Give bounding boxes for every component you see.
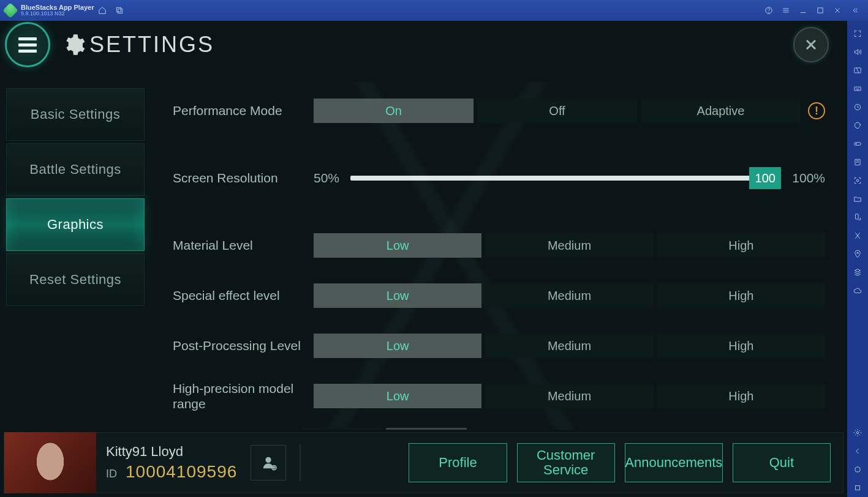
svg-rect-11 — [856, 214, 859, 219]
close-window-icon[interactable] — [829, 2, 846, 19]
gamepad-icon[interactable] — [849, 135, 866, 153]
svg-rect-8 — [855, 143, 861, 146]
change-avatar-button[interactable] — [251, 445, 286, 480]
help-icon[interactable] — [760, 2, 777, 19]
opt-sfx-low[interactable]: Low — [314, 283, 481, 308]
opt-post-high[interactable]: High — [657, 334, 825, 358]
opt-hp-medium[interactable]: Medium — [485, 384, 653, 408]
label-high-precision: High-precision model range — [173, 381, 314, 411]
close-button[interactable] — [793, 27, 829, 62]
recents-icon[interactable] — [111, 2, 128, 19]
multi-instance-icon[interactable] — [849, 263, 866, 282]
opt-material-high[interactable]: High — [657, 233, 825, 258]
cloud-icon[interactable] — [849, 282, 866, 300]
row-screen-resolution: Screen Resolution 50% 100 100% — [173, 157, 825, 200]
opt-perf-on[interactable]: On — [314, 99, 474, 123]
collapse-sidebar-icon[interactable] — [846, 2, 863, 19]
slider-max-label: 100% — [792, 171, 825, 185]
maximize-icon[interactable] — [812, 2, 829, 19]
avatar[interactable] — [4, 432, 96, 493]
row-post-processing: Post-Processing Level Low Medium High — [173, 324, 825, 367]
profile-button[interactable]: Profile — [409, 443, 507, 482]
rotate-icon[interactable] — [849, 208, 866, 226]
keymap-icon[interactable] — [849, 61, 866, 80]
row-special-effect: Special effect level Low Medium High — [173, 274, 825, 317]
svg-point-12 — [857, 252, 858, 253]
row-performance-mode: Performance Mode On Off Adaptive ! — [173, 89, 825, 132]
footer-bar: Kitty91 Lloyd ID 10004109596 Profile Cus… — [4, 432, 843, 493]
warning-icon[interactable]: ! — [808, 102, 825, 119]
label-special-effect: Special effect level — [173, 288, 314, 303]
user-name: Kitty91 Lloyd — [106, 444, 237, 460]
minimize-icon[interactable] — [794, 2, 812, 19]
screenshot-icon[interactable] — [849, 171, 866, 190]
svg-point-13 — [856, 432, 859, 434]
opt-sfx-high[interactable]: High — [657, 283, 825, 308]
label-post-processing: Post-Processing Level — [173, 338, 314, 353]
customer-service-button[interactable]: Customer Service — [517, 443, 615, 482]
label-screen-resolution: Screen Resolution — [173, 170, 314, 185]
opt-hp-high[interactable]: High — [657, 384, 825, 408]
keyboard-icon[interactable] — [849, 80, 866, 98]
row-volumetric-fog: Volumetric Fog On Off — [173, 425, 825, 430]
svg-point-3 — [769, 12, 769, 13]
bluestacks-version: 5.8.100.1013 N32 — [21, 11, 94, 17]
menu-icon[interactable] — [777, 2, 794, 19]
svg-rect-4 — [818, 8, 823, 13]
tab-battle-settings[interactable]: Battle Settings — [6, 143, 145, 196]
page-title: SETTINGS — [89, 32, 214, 58]
tab-basic-settings[interactable]: Basic Settings — [6, 88, 145, 141]
bluestacks-logo-icon — [2, 2, 18, 18]
settings-header: SETTINGS — [0, 21, 847, 69]
divider — [300, 444, 301, 481]
announcements-button[interactable]: Announcements — [625, 443, 723, 482]
settings-pane: Performance Mode On Off Adaptive ! Scree… — [145, 82, 847, 430]
tab-reset-settings[interactable]: Reset Settings — [6, 253, 145, 306]
svg-rect-15 — [856, 486, 860, 490]
row-material-level: Material Level Low Medium High — [173, 224, 825, 267]
svg-rect-0 — [117, 7, 121, 12]
record-icon[interactable] — [849, 98, 866, 116]
user-id-label: ID — [106, 468, 117, 480]
home-icon[interactable] — [94, 2, 111, 19]
label-performance-mode: Performance Mode — [173, 103, 314, 118]
opt-perf-off[interactable]: Off — [477, 99, 637, 123]
settings-tabs: Basic Settings Battle Settings Graphics … — [0, 82, 145, 430]
volume-icon[interactable] — [849, 43, 866, 61]
game-viewport: SETTINGS Basic Settings Battle Settings … — [0, 21, 847, 497]
opt-sfx-medium[interactable]: Medium — [485, 283, 653, 308]
media-folder-icon[interactable] — [849, 190, 866, 208]
opt-hp-low[interactable]: Low — [314, 384, 481, 408]
menu-button[interactable] — [5, 22, 50, 67]
opt-post-medium[interactable]: Medium — [485, 334, 653, 358]
resolution-slider[interactable]: 100 — [350, 176, 781, 181]
android-home-icon[interactable] — [849, 460, 866, 479]
opt-fog-on[interactable]: On — [301, 428, 382, 430]
android-recents-icon[interactable] — [849, 479, 866, 497]
svg-rect-6 — [855, 87, 861, 91]
svg-point-10 — [856, 179, 859, 182]
label-material-level: Material Level — [173, 237, 314, 253]
apk-icon[interactable] — [849, 153, 866, 171]
fullscreen-icon[interactable] — [849, 24, 866, 43]
opt-fog-off[interactable]: Off — [386, 428, 467, 430]
sync-icon[interactable] — [849, 116, 866, 135]
svg-point-14 — [855, 467, 860, 472]
slider-min-label: 50% — [314, 171, 339, 185]
tab-graphics[interactable]: Graphics — [6, 198, 145, 251]
back-icon[interactable] — [849, 442, 866, 460]
location-icon[interactable] — [849, 245, 866, 263]
bluestacks-titlebar: BlueStacks App Player 5.8.100.1013 N32 — [0, 0, 868, 21]
opt-perf-adaptive[interactable]: Adaptive — [641, 99, 801, 123]
user-id: 10004109596 — [126, 462, 237, 482]
opt-material-low[interactable]: Low — [314, 233, 481, 258]
slider-thumb[interactable]: 100 — [749, 167, 781, 189]
quit-button[interactable]: Quit — [733, 443, 831, 482]
opt-material-medium[interactable]: Medium — [485, 233, 653, 258]
settings-icon[interactable] — [849, 424, 866, 442]
opt-post-low[interactable]: Low — [314, 334, 481, 358]
bluestacks-sidebar — [847, 21, 868, 497]
shake-icon[interactable] — [849, 226, 866, 245]
row-high-precision: High-precision model range Low Medium Hi… — [173, 375, 825, 417]
svg-rect-1 — [118, 9, 123, 13]
